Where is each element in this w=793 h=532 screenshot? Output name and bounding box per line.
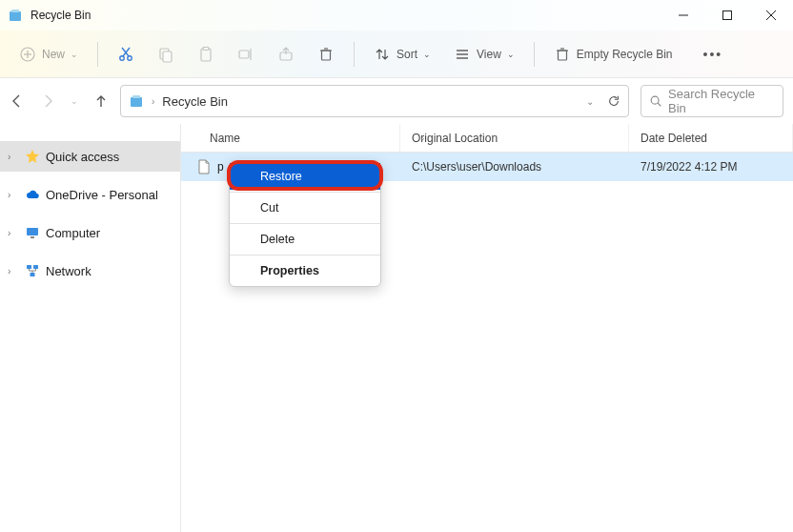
rename-icon <box>237 46 254 63</box>
forward-button[interactable] <box>40 93 55 109</box>
svg-point-9 <box>120 55 124 59</box>
column-headers: Name ⌄ Original Location Date Deleted <box>181 124 793 153</box>
empty-label: Empty Recycle Bin <box>577 48 673 61</box>
sort-label: Sort <box>396 48 417 61</box>
sort-button[interactable]: Sort ⌄ <box>364 38 440 71</box>
view-label: View <box>477 48 501 61</box>
chevron-right-icon: › <box>8 228 19 238</box>
toolbar: New ⌄ Sort ⌄ View ⌄ Empty Recycle Bin ••… <box>0 31 793 78</box>
sidebar-label-quick: Quick access <box>46 150 119 164</box>
svg-line-12 <box>122 48 129 56</box>
recycle-bin-icon <box>129 93 144 109</box>
trash-icon <box>317 46 335 63</box>
copy-icon <box>157 46 174 63</box>
chevron-right-icon: › <box>8 152 19 162</box>
file-location: C:\Users\user\Downloads <box>400 160 629 174</box>
refresh-button[interactable] <box>607 94 620 108</box>
share-icon <box>277 46 295 63</box>
chevron-down-icon: ⌄ <box>423 50 431 59</box>
svg-rect-33 <box>27 228 38 235</box>
svg-rect-29 <box>131 97 142 107</box>
chevron-down-icon: ⌄ <box>507 50 515 59</box>
context-delete[interactable]: Delete <box>230 226 380 253</box>
column-date-deleted[interactable]: Date Deleted <box>629 124 793 152</box>
share-button[interactable] <box>268 38 304 71</box>
sidebar-item-onedrive[interactable]: › OneDrive - Personal <box>0 179 180 210</box>
svg-rect-37 <box>30 273 35 276</box>
sidebar-label-onedrive: OneDrive - Personal <box>46 188 158 202</box>
star-icon <box>25 149 40 164</box>
up-button[interactable] <box>93 93 109 109</box>
monitor-icon <box>25 225 40 240</box>
search-input[interactable]: Search Recycle Bin <box>640 85 783 117</box>
trash-icon <box>554 46 571 63</box>
context-restore[interactable]: Restore <box>230 163 380 190</box>
file-name: p <box>217 160 224 174</box>
sidebar-item-quick-access[interactable]: › Quick access <box>0 141 180 172</box>
svg-rect-16 <box>203 47 209 50</box>
nav-bar: ⌄ › Recycle Bin ⌄ Search Recycle Bin <box>0 78 793 124</box>
context-properties[interactable]: Properties <box>230 257 380 284</box>
address-dropdown-icon[interactable]: ⌄ <box>586 96 594 107</box>
svg-rect-1 <box>11 10 19 12</box>
recycle-bin-app-icon <box>8 8 23 23</box>
minimize-button[interactable] <box>661 0 705 31</box>
scissors-icon <box>117 46 134 63</box>
sidebar-item-network[interactable]: › Network <box>0 256 180 286</box>
svg-rect-34 <box>30 236 34 238</box>
cut-button[interactable] <box>108 38 144 71</box>
svg-line-11 <box>123 48 130 56</box>
view-icon <box>454 46 471 63</box>
new-button[interactable]: New ⌄ <box>10 38 88 71</box>
svg-rect-3 <box>723 11 732 20</box>
delete-button[interactable] <box>308 38 344 71</box>
svg-rect-20 <box>322 51 331 60</box>
sidebar-item-computer[interactable]: › Computer <box>0 217 180 248</box>
paste-button[interactable] <box>188 38 224 71</box>
column-original-location[interactable]: Original Location <box>400 124 629 152</box>
sidebar: › Quick access › OneDrive - Personal › C… <box>0 124 181 532</box>
context-menu: Restore Cut Delete Properties <box>229 160 381 287</box>
address-bar[interactable]: › Recycle Bin ⌄ <box>120 85 629 117</box>
maximize-button[interactable] <box>705 0 749 31</box>
chevron-right-icon: › <box>8 266 19 276</box>
search-icon <box>649 94 662 108</box>
network-icon <box>25 263 40 278</box>
breadcrumb-separator-icon: › <box>152 96 154 107</box>
empty-recycle-bin-button[interactable]: Empty Recycle Bin <box>544 38 682 71</box>
window-title: Recycle Bin <box>30 9 661 22</box>
breadcrumb-root[interactable]: Recycle Bin <box>162 94 228 109</box>
cloud-icon <box>25 187 40 202</box>
close-button[interactable] <box>749 0 793 31</box>
sort-icon <box>374 46 391 63</box>
copy-button[interactable] <box>148 38 184 71</box>
view-button[interactable]: View ⌄ <box>444 38 524 71</box>
file-icon <box>196 159 212 174</box>
back-button[interactable] <box>10 93 25 109</box>
new-label: New <box>42 48 65 61</box>
svg-point-31 <box>651 96 659 104</box>
more-button[interactable]: ••• <box>694 38 733 71</box>
svg-rect-14 <box>163 51 172 62</box>
svg-rect-17 <box>239 51 249 58</box>
column-name[interactable]: Name ⌄ <box>181 124 400 152</box>
svg-point-10 <box>128 55 132 59</box>
search-placeholder: Search Recycle Bin <box>668 87 775 115</box>
sidebar-label-network: Network <box>46 264 92 278</box>
file-date: 7/19/2022 4:12 PM <box>629 160 793 174</box>
svg-rect-36 <box>33 265 38 269</box>
plus-circle-icon <box>19 46 36 63</box>
svg-rect-30 <box>132 95 140 98</box>
history-dropdown[interactable]: ⌄ <box>71 96 78 106</box>
more-icon: ••• <box>703 47 723 62</box>
chevron-down-icon: ⌄ <box>71 50 78 59</box>
context-cut[interactable]: Cut <box>230 194 380 221</box>
svg-rect-35 <box>27 265 31 269</box>
svg-rect-26 <box>558 51 566 60</box>
sidebar-label-computer: Computer <box>46 226 100 240</box>
title-bar: Recycle Bin <box>0 0 793 31</box>
sort-indicator-icon: ⌄ <box>419 133 426 142</box>
clipboard-icon <box>197 46 214 63</box>
rename-button[interactable] <box>228 38 264 71</box>
svg-line-32 <box>658 103 661 106</box>
